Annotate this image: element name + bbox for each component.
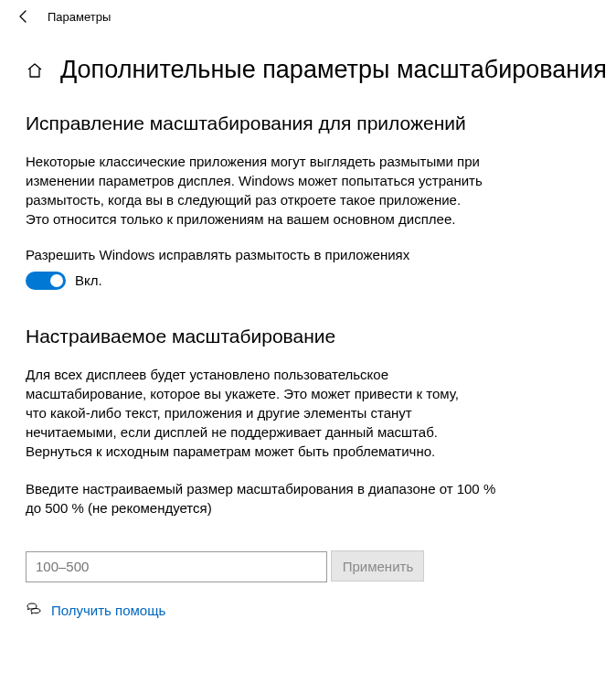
- toggle-knob: [50, 274, 63, 287]
- custom-scale-input-label: Введите настраиваемый размер масштабиров…: [26, 479, 501, 518]
- section-custom-scaling: Настраиваемое масштабирование Для всех д…: [26, 325, 590, 582]
- section-desc-fix-scaling: Некоторые классические приложения могут …: [26, 152, 483, 229]
- help-row: Получить помощь: [26, 603, 590, 619]
- toggle-label: Разрешить Windows исправлять размытость …: [26, 247, 483, 262]
- custom-scale-input[interactable]: [26, 551, 327, 582]
- toggle-row: Вкл.: [26, 272, 590, 290]
- toggle-state-label: Вкл.: [75, 272, 102, 288]
- section-heading-fix-scaling: Исправление масштабирования для приложен…: [26, 112, 501, 135]
- fix-blur-toggle[interactable]: [26, 272, 66, 290]
- window-title: Параметры: [48, 10, 111, 24]
- chat-help-icon: [26, 603, 42, 619]
- page-title-row: Дополнительные параметры масштабирования: [26, 57, 590, 84]
- page-title: Дополнительные параметры масштабирования: [60, 57, 607, 84]
- back-arrow-icon: [16, 9, 31, 24]
- section-heading-custom-scaling: Настраиваемое масштабирование: [26, 325, 501, 348]
- help-icon-wrap: [26, 603, 42, 619]
- content-area: Дополнительные параметры масштабирования…: [0, 33, 616, 637]
- window-header: Параметры: [0, 0, 616, 33]
- home-icon: [26, 61, 44, 80]
- section-desc-custom-scaling: Для всех дисплеев будет установлено поль…: [26, 365, 483, 461]
- get-help-link[interactable]: Получить помощь: [51, 603, 165, 618]
- back-button[interactable]: [11, 4, 37, 29]
- apply-button[interactable]: Применить: [331, 550, 424, 582]
- home-button[interactable]: [26, 61, 44, 80]
